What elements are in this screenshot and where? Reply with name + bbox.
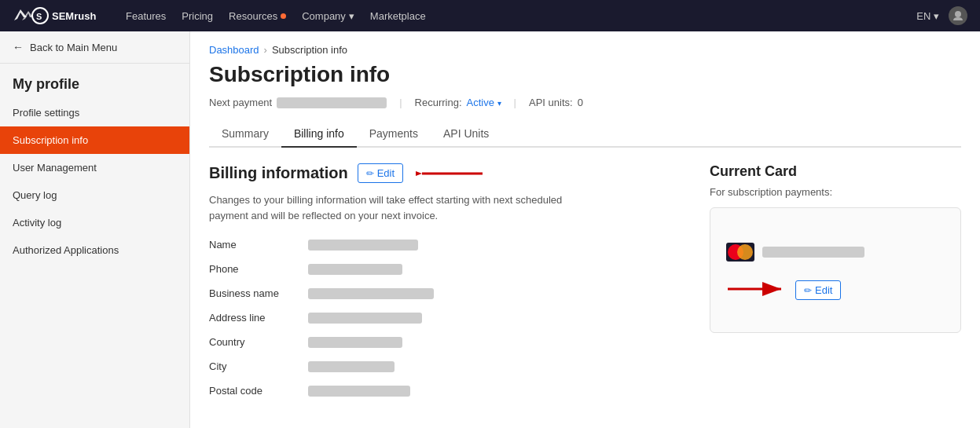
card-pencil-icon: ✏ xyxy=(804,285,812,296)
top-navigation: S SEMrush Features Pricing Resources Com… xyxy=(0,0,980,31)
field-label-business: Business name xyxy=(209,287,295,299)
back-to-main-menu[interactable]: ← Back to Main Menu xyxy=(0,31,189,64)
red-arrow-left-svg xyxy=(416,166,486,181)
red-arrow-right-svg xyxy=(726,281,789,297)
next-payment-value xyxy=(277,97,387,108)
form-row-country: Country xyxy=(209,336,672,348)
billing-edit-button[interactable]: ✏ Edit xyxy=(358,163,403,183)
tab-summary[interactable]: Summary xyxy=(209,121,281,148)
recurring-value[interactable]: Active ▾ xyxy=(467,97,501,108)
form-row-postal: Postal code xyxy=(209,385,672,397)
api-units-value: 0 xyxy=(578,97,583,108)
recurring-meta: Recurring: Active ▾ xyxy=(415,97,501,108)
mastercard-icon xyxy=(726,243,754,262)
nav-features[interactable]: Features xyxy=(126,10,166,22)
semrush-logo-svg: S SEMrush xyxy=(13,6,107,25)
nav-links: Features Pricing Resources Company ▾ Mar… xyxy=(126,10,426,22)
field-label-city: City xyxy=(209,360,295,372)
card-number-placeholder xyxy=(762,247,864,258)
nav-pricing[interactable]: Pricing xyxy=(182,10,213,22)
tab-billing-info[interactable]: Billing info xyxy=(281,121,357,148)
field-value-city xyxy=(308,361,395,372)
sidebar: ← Back to Main Menu My profile Profile s… xyxy=(0,31,190,428)
api-units-label: API units: xyxy=(529,97,573,108)
field-label-country: Country xyxy=(209,336,295,348)
back-label: Back to Main Menu xyxy=(30,42,117,53)
field-label-name: Name xyxy=(209,239,295,251)
card-section: Current Card For subscription payments: xyxy=(710,163,961,409)
field-value-name xyxy=(308,240,418,251)
next-payment-meta: Next payment xyxy=(209,97,387,108)
tabs-bar: Summary Billing info Payments API Units xyxy=(209,121,961,148)
breadcrumb-home[interactable]: Dashboard xyxy=(209,44,259,56)
arrow-annotation-card xyxy=(726,281,789,297)
back-arrow-icon: ← xyxy=(13,41,24,53)
main-layout: ← Back to Main Menu My profile Profile s… xyxy=(0,31,980,428)
sidebar-item-subscription-info[interactable]: Subscription info xyxy=(0,126,189,154)
field-value-phone xyxy=(308,264,402,275)
nav-company[interactable]: Company ▾ xyxy=(302,10,354,22)
svg-text:SEMrush: SEMrush xyxy=(52,10,96,22)
page-title: Subscription info xyxy=(209,62,961,87)
field-value-business xyxy=(308,288,434,299)
breadcrumb-separator: › xyxy=(264,44,267,56)
user-avatar[interactable] xyxy=(949,6,967,25)
form-row-name: Name xyxy=(209,239,672,251)
nav-resources[interactable]: Resources xyxy=(229,10,286,22)
card-edit-button[interactable]: ✏ Edit xyxy=(795,280,841,300)
breadcrumb-current: Subscription info xyxy=(272,44,347,56)
field-label-postal: Postal code xyxy=(209,385,295,397)
field-value-postal xyxy=(308,386,410,397)
logo[interactable]: S SEMrush xyxy=(13,6,107,25)
nav-left: S SEMrush Features Pricing Resources Com… xyxy=(13,6,426,25)
card-section-title: Current Card xyxy=(710,163,961,180)
recurring-chevron: ▾ xyxy=(497,99,501,108)
billing-section-title: Billing information xyxy=(209,164,348,182)
card-box: ✏ Edit xyxy=(710,207,961,333)
meta-row: Next payment | Recurring: Active ▾ | API… xyxy=(209,97,961,108)
card-edit-row: ✏ Edit xyxy=(726,277,841,300)
svg-point-3 xyxy=(955,11,961,17)
recurring-label: Recurring: xyxy=(415,97,462,108)
billing-description: Changes to your billing information will… xyxy=(209,192,602,223)
field-label-phone: Phone xyxy=(209,263,295,275)
tab-api-units[interactable]: API Units xyxy=(431,121,501,148)
card-description: For subscription payments: xyxy=(710,186,961,198)
breadcrumb: Dashboard › Subscription info xyxy=(209,44,961,56)
sidebar-item-query-log[interactable]: Query log xyxy=(0,181,189,209)
billing-section: Billing information ✏ Edit xyxy=(209,163,672,409)
resources-dot-badge xyxy=(281,13,286,19)
next-payment-label: Next payment xyxy=(209,97,272,108)
sidebar-item-authorized-apps[interactable]: Authorized Applications xyxy=(0,236,189,264)
sidebar-item-user-management[interactable]: User Management xyxy=(0,154,189,181)
form-row-city: City xyxy=(209,360,672,372)
pencil-icon: ✏ xyxy=(366,168,374,179)
sidebar-item-activity-log[interactable]: Activity log xyxy=(0,209,189,236)
mc-circle-right xyxy=(737,244,753,260)
form-row-business: Business name xyxy=(209,287,672,299)
lang-selector[interactable]: EN ▾ xyxy=(916,10,939,22)
form-row-address: Address line xyxy=(209,312,672,324)
field-label-address: Address line xyxy=(209,312,295,324)
nav-marketplace[interactable]: Marketplace xyxy=(370,10,426,22)
sidebar-item-profile-settings[interactable]: Profile settings xyxy=(0,99,189,126)
tab-payments[interactable]: Payments xyxy=(357,121,431,148)
api-units-meta: API units: 0 xyxy=(529,97,583,108)
main-content: Dashboard › Subscription info Subscripti… xyxy=(190,31,980,428)
content-area: Billing information ✏ Edit xyxy=(209,163,961,409)
billing-form: Name Phone Business name Address line xyxy=(209,239,672,397)
sidebar-section-title: My profile xyxy=(0,64,189,99)
card-top-row xyxy=(726,243,864,262)
svg-text:S: S xyxy=(36,12,42,21)
field-value-country xyxy=(308,337,402,348)
form-row-phone: Phone xyxy=(209,263,672,275)
arrow-annotation-billing xyxy=(416,166,486,181)
nav-right: EN ▾ xyxy=(916,6,967,25)
field-value-address xyxy=(308,313,422,324)
billing-section-header: Billing information ✏ Edit xyxy=(209,163,672,183)
